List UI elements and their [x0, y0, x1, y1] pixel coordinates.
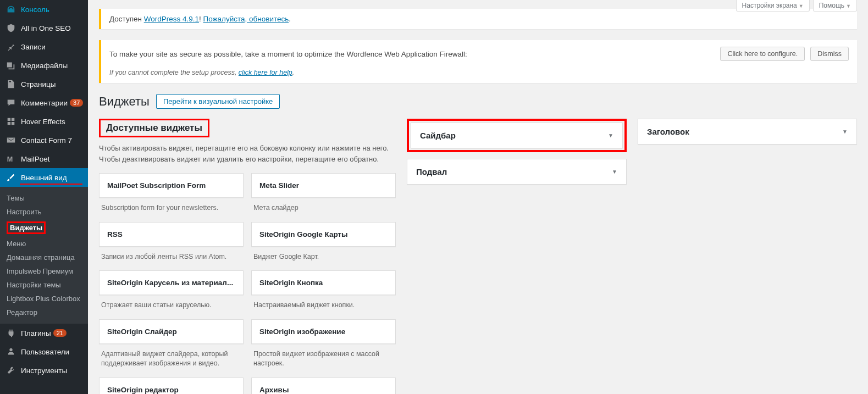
sidebar-item-all-in-one-seo[interactable]: All in One SEO: [0, 19, 88, 37]
widget-area-sidebar[interactable]: Сайдбар▼: [411, 123, 622, 148]
widget-9[interactable]: Архивы: [251, 378, 396, 395]
widget-desc: Настраиваемый виджет кнопки.: [251, 295, 396, 314]
count-badge: 37: [70, 99, 83, 107]
sidebar-sub-виджеты[interactable]: Виджеты: [0, 219, 88, 237]
sidebar-item-label: Инструменты: [21, 367, 67, 375]
dismiss-button[interactable]: Dismiss: [810, 47, 849, 61]
pin-icon: [5, 41, 16, 52]
sidebar-item-консоль[interactable]: Консоль: [0, 0, 88, 19]
screen-options-tab[interactable]: Настройки экрана▼: [736, 0, 810, 12]
sidebar-sub-lightbox-plus-colorbox[interactable]: Lightbox Plus Colorbox: [0, 292, 88, 306]
available-widgets-heading-highlight: Доступные виджеты: [99, 119, 209, 137]
chevron-down-icon: ▼: [842, 129, 848, 135]
widget-desc: Адаптивный виджет слайдера, который подд…: [99, 344, 244, 372]
widget-3[interactable]: SiteOrigin Google Карты: [251, 222, 396, 247]
widget-2[interactable]: RSS: [99, 222, 244, 247]
sidebar-item-label: Медиафайлы: [21, 62, 68, 70]
widget-area-footer[interactable]: Подвал▼: [407, 159, 626, 184]
sidebar-item-инструменты[interactable]: Инструменты: [0, 361, 88, 380]
sidebar-item-плагины[interactable]: Плагины21: [0, 324, 88, 342]
sidebar-item-mailpoet[interactable]: MMailPoet: [0, 149, 88, 168]
update-link[interactable]: Пожалуйста, обновитесь: [203, 15, 289, 23]
widget-desc: Мета слайдер: [251, 198, 396, 217]
sidebar-item-пользователи[interactable]: Пользователи: [0, 342, 88, 361]
wordpress-version-link[interactable]: WordPress 4.9.1: [144, 15, 199, 23]
sidebar-sub-impulsweb-премиум[interactable]: Impulsweb Премиум: [0, 264, 88, 278]
main-content: Настройки экрана▼ Помощь▼ Доступен WordP…: [88, 0, 868, 394]
widget-0[interactable]: MailPoet Subscription Form: [99, 173, 244, 198]
widget-6[interactable]: SiteOrigin Слайдер: [99, 319, 244, 344]
dashboard-icon: [5, 4, 16, 15]
widget-area-header[interactable]: Заголовок▼: [638, 119, 856, 144]
widget-7[interactable]: SiteOrigin изображение: [251, 319, 396, 344]
notice-message: To make your site as secure as possible,…: [109, 50, 715, 58]
plug-icon: [5, 328, 16, 338]
sidebar-sub-меню[interactable]: Меню: [0, 237, 88, 251]
customizer-link-button[interactable]: Перейти к визуальной настройке: [156, 94, 280, 109]
sidebar-sub-домашняя-страница[interactable]: Домашняя страница: [0, 251, 88, 264]
widget-desc: Записи из любой ленты RSS или Atom.: [99, 247, 244, 265]
page-title: Виджеты: [99, 95, 150, 109]
admin-sidebar: КонсольAll in One SEOЗаписиМедиафайлыСтр…: [0, 0, 88, 394]
widget-1[interactable]: Meta Slider: [251, 173, 396, 198]
sidebar-item-внешний-вид[interactable]: Внешний вид: [0, 168, 88, 187]
chevron-down-icon: ▼: [612, 169, 617, 175]
sidebar-submenu: ТемыНастроитьВиджетыМенюДомашняя страниц…: [0, 187, 88, 324]
sidebar-item-label: Внешний вид: [21, 174, 67, 182]
sidebar-item-hover-effects[interactable]: Hover Effects: [0, 112, 88, 131]
comment-icon: [5, 97, 16, 108]
sidebar-area-highlight: Сайдбар▼: [407, 119, 627, 152]
wordfence-notice: To make your site as secure as possible,…: [99, 40, 857, 83]
sidebar-item-label: Страницы: [21, 80, 56, 88]
sidebar-item-label: Комментарии: [21, 99, 68, 107]
sidebar-sub-редактор[interactable]: Редактор: [0, 306, 88, 319]
users-icon: [5, 346, 16, 357]
tools-icon: [5, 365, 16, 376]
sidebar-item-записи[interactable]: Записи: [0, 37, 88, 56]
widget-desc: Subscription form for your newsletters.: [99, 198, 244, 217]
sidebar-sub-темы[interactable]: Темы: [0, 191, 88, 205]
sidebar-item-contact-form-7[interactable]: Contact Form 7: [0, 131, 88, 149]
widget-desc: Виджет Google Карт.: [251, 247, 396, 265]
sidebar-item-label: MailPoet: [21, 155, 50, 163]
sidebar-item-label: Пользователи: [21, 348, 69, 356]
help-tab[interactable]: Помощь▼: [813, 0, 857, 12]
pages-icon: [5, 79, 16, 90]
brush-icon: [5, 172, 16, 183]
sidebar-item-медиафайлы[interactable]: Медиафайлы: [0, 56, 88, 75]
widget-4[interactable]: SiteOrigin Карусель из материал...: [99, 270, 244, 295]
sidebar-item-страницы[interactable]: Страницы: [0, 75, 88, 93]
widget-desc: Простой виджет изображения с массой наст…: [251, 344, 396, 372]
sidebar-item-label: Консоль: [21, 5, 49, 14]
update-notice: Доступен WordPress 4.9.1! Пожалуйста, об…: [99, 9, 857, 29]
mailpoet-icon: M: [5, 153, 16, 164]
widget-5[interactable]: SiteOrigin Кнопка: [251, 270, 396, 295]
available-widgets-heading: Доступные виджеты: [106, 123, 202, 134]
available-widgets-description: Чтобы активировать виджет, перетащите ег…: [99, 143, 396, 164]
widget-desc: Отражает ваши статьи каруселью.: [99, 295, 244, 314]
help-link[interactable]: click here for help: [239, 69, 292, 76]
sidebar-item-label: Contact Form 7: [21, 136, 72, 145]
widget-8[interactable]: SiteOrigin редактор: [99, 378, 244, 395]
sidebar-sub-настроить[interactable]: Настроить: [0, 205, 88, 219]
sidebar-item-label: Записи: [21, 43, 46, 51]
chevron-down-icon: ▼: [608, 132, 613, 138]
media-icon: [5, 60, 16, 71]
sidebar-sub-настройки-темы[interactable]: Настройки темы: [0, 278, 88, 292]
sidebar-item-label: Hover Effects: [21, 118, 65, 126]
sidebar-item-label: Плагины: [21, 329, 51, 337]
sidebar-item-комментарии[interactable]: Комментарии37: [0, 93, 88, 112]
svg-text:M: M: [7, 156, 13, 163]
count-badge: 21: [53, 329, 67, 337]
grid-icon: [5, 116, 16, 127]
configure-button[interactable]: Click here to configure.: [720, 47, 805, 61]
shield-icon: [5, 23, 16, 34]
mail-icon: [5, 135, 16, 146]
sidebar-item-label: All in One SEO: [21, 24, 71, 32]
